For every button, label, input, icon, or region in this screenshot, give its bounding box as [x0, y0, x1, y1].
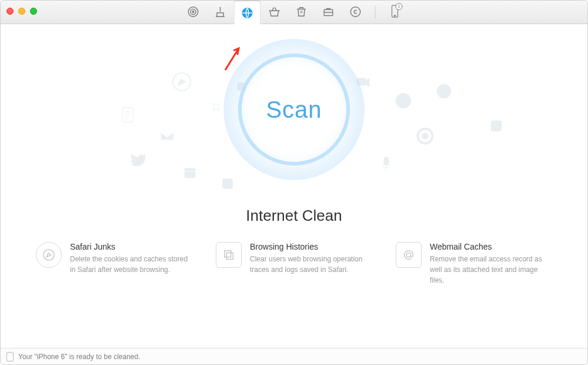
- twitter-bg-icon: [130, 154, 145, 167]
- broom-icon: [214, 5, 227, 18]
- svg-point-14: [422, 133, 428, 139]
- scan-glow: Scan: [223, 39, 365, 180]
- svg-rect-18: [185, 168, 195, 178]
- svg-point-20: [213, 110, 215, 111]
- toolbox-tab[interactable]: [315, 0, 342, 24]
- target-tab[interactable]: [180, 0, 207, 24]
- basket-icon: [268, 5, 281, 18]
- copyright-icon: [349, 5, 362, 18]
- mic-bg-icon: [380, 157, 392, 171]
- svg-rect-19: [223, 179, 233, 189]
- status-message: Your "iPhone 6" is ready to be cleaned.: [18, 353, 141, 361]
- svg-point-11: [396, 94, 411, 108]
- feature-desc: Remove the email access record as well a…: [430, 254, 552, 286]
- svg-point-21: [218, 110, 219, 111]
- close-window-button[interactable]: [6, 8, 14, 15]
- earth-bg-icon: [395, 92, 412, 110]
- titlebar: 1: [1, 1, 587, 24]
- toolbar-separator: [375, 6, 376, 19]
- svg-point-7: [394, 15, 395, 16]
- svg-rect-15: [491, 121, 501, 131]
- features-row: Safari Junks Delete the cookies and cach…: [1, 242, 587, 286]
- svg-point-2: [192, 11, 194, 13]
- mail-bg-icon: [159, 130, 175, 142]
- firefox-bg-icon: [436, 83, 452, 99]
- calendar-bg-icon: [183, 165, 197, 180]
- toolbar-tabs: 1: [180, 1, 409, 24]
- feature-webmail-caches: Webmail Caches Remove the email access r…: [396, 242, 552, 286]
- at-icon: [396, 242, 422, 268]
- copyright-tab[interactable]: [342, 0, 369, 24]
- internet-tab[interactable]: [234, 1, 261, 24]
- svg-point-12: [437, 84, 450, 98]
- feature-desc: Delete the cookies and caches stored in …: [70, 254, 192, 275]
- chrome-bg-icon: [416, 127, 434, 145]
- svg-point-13: [418, 129, 433, 144]
- feature-browsing-histories: Browsing Histories Clear users web brows…: [216, 242, 372, 286]
- window-controls: [6, 8, 37, 15]
- music-bg-icon: [489, 118, 504, 134]
- feature-title: Safari Junks: [70, 242, 192, 251]
- svg-rect-16: [384, 157, 389, 165]
- doc-bg-icon: [121, 107, 134, 123]
- cart-bg-icon: [209, 101, 221, 112]
- target-icon: [187, 5, 200, 18]
- device-badge: 1: [396, 3, 403, 10]
- compass-bg-icon: [171, 71, 192, 92]
- scan-area: Scan: [223, 39, 365, 180]
- basket-tab[interactable]: [261, 0, 288, 24]
- feature-title: Browsing Histories: [250, 242, 372, 251]
- svg-point-22: [44, 250, 54, 260]
- svg-rect-23: [225, 251, 231, 257]
- svg-rect-24: [226, 253, 233, 259]
- main-content: Scan Internet Clean Safari Junks Delete …: [1, 24, 587, 348]
- device-button[interactable]: 1: [382, 0, 409, 24]
- windows-icon: [216, 242, 242, 268]
- section-title: Internet Clean: [1, 207, 587, 225]
- compass-icon: [36, 242, 62, 268]
- minimize-window-button[interactable]: [18, 8, 25, 15]
- scan-button-label: Scan: [266, 97, 322, 123]
- feature-title: Webmail Caches: [430, 242, 552, 251]
- globe-icon: [241, 6, 254, 19]
- feature-safari-junks: Safari Junks Delete the cookies and cach…: [36, 242, 192, 286]
- svg-point-8: [173, 73, 191, 91]
- svg-rect-17: [122, 108, 133, 122]
- app-window: 1 Scan Interne: [0, 0, 588, 365]
- recycle-icon: [295, 5, 308, 18]
- device-status-icon: [6, 352, 14, 361]
- zoom-window-button[interactable]: [30, 8, 37, 15]
- trash-tab[interactable]: [288, 0, 315, 24]
- scan-button[interactable]: Scan: [238, 54, 350, 165]
- sweep-tab[interactable]: [207, 0, 234, 24]
- briefcase-icon: [322, 5, 335, 18]
- svg-point-25: [406, 253, 410, 257]
- feature-desc: Clear users web browsing operation trace…: [250, 254, 372, 275]
- status-bar: Your "iPhone 6" is ready to be cleaned.: [1, 348, 587, 364]
- svg-point-5: [350, 7, 360, 17]
